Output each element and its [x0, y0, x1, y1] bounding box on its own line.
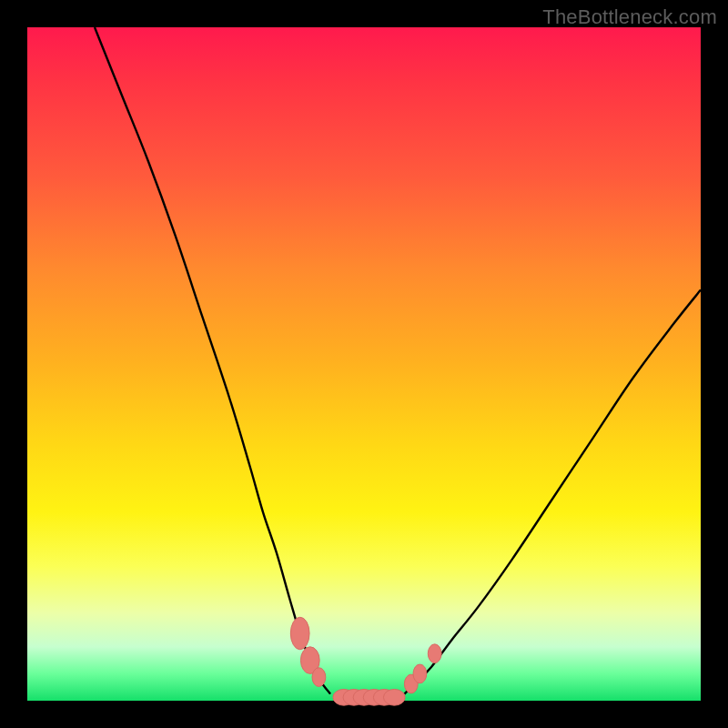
chart-frame: TheBottleneck.com [0, 0, 728, 728]
marker-group [290, 617, 441, 705]
marker-dot [312, 668, 326, 687]
marker-dot [428, 644, 441, 663]
plot-area [27, 27, 701, 701]
marker-dot [290, 617, 309, 650]
marker-dot [383, 689, 405, 705]
curve-left-branch [95, 27, 330, 694]
curve-right-branch [404, 290, 701, 694]
marker-dot [413, 664, 427, 683]
chart-svg [27, 27, 701, 701]
watermark-text: TheBottleneck.com [542, 5, 717, 29]
